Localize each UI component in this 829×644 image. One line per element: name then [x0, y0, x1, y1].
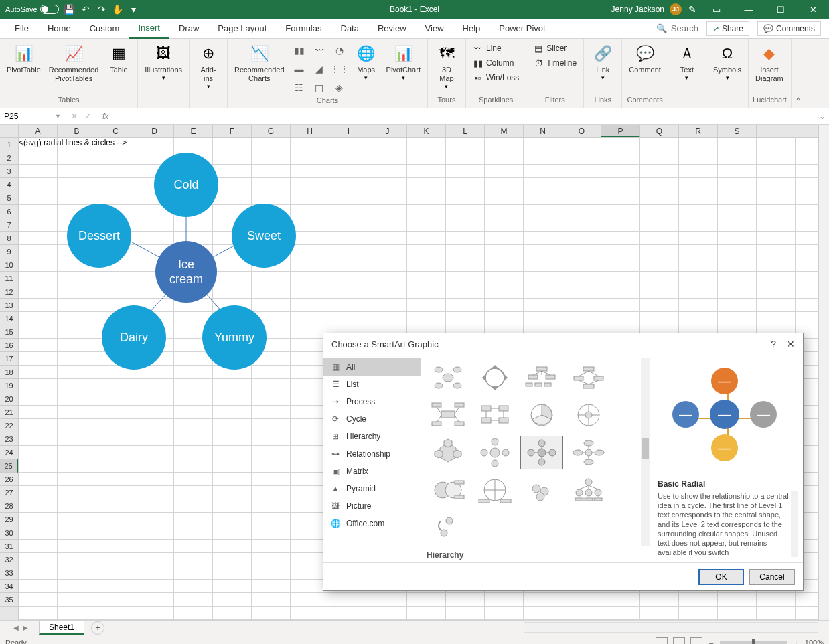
row-header-2[interactable]: 2 [0, 151, 18, 165]
close-button[interactable]: ✕ [800, 0, 826, 19]
row-header-9[interactable]: 9 [0, 245, 18, 258]
symbols-button[interactable]: ΩSymbols▾ [710, 42, 744, 82]
category-picture[interactable]: 🖼Picture [323, 497, 421, 515]
autosave-toggle[interactable]: AutoSave [5, 5, 59, 14]
row-header-35[interactable]: 35 [0, 593, 18, 607]
row-header-21[interactable]: 21 [0, 406, 18, 419]
tab-data[interactable]: Data [331, 19, 368, 39]
cancel-formula-icon[interactable]: ✕ [71, 112, 78, 121]
privacy-icon[interactable]: ✎ [687, 4, 698, 15]
col-header-M[interactable]: M [485, 125, 524, 137]
col-header-K[interactable]: K [407, 125, 446, 137]
zoom-level[interactable]: 100% [805, 639, 824, 645]
radial-node-yummy[interactable]: Yummy [202, 305, 267, 370]
share-button[interactable]: ↗ Share [706, 21, 749, 36]
sparkline-line-button[interactable]: 〰Line [470, 42, 522, 55]
category-pyramid[interactable]: ▲Pyramid [323, 480, 421, 497]
row-header-29[interactable]: 29 [0, 513, 18, 526]
tab-home[interactable]: Home [38, 19, 80, 39]
collapse-ribbon-icon[interactable]: ^ [792, 39, 805, 108]
radial-node-dairy[interactable]: Dairy [102, 305, 166, 370]
col-header-S[interactable]: S [718, 125, 757, 137]
horizontal-scrollbar[interactable] [524, 622, 818, 633]
row-header-30[interactable]: 30 [0, 526, 18, 540]
col-header-O[interactable]: O [562, 125, 601, 137]
row-header-6[interactable]: 6 [0, 205, 18, 218]
col-header-L[interactable]: L [446, 125, 485, 137]
dialog-close-icon[interactable]: ✕ [787, 339, 795, 349]
layout-option-13[interactable] [473, 473, 516, 507]
user-name[interactable]: Jenny Jackson [611, 5, 664, 14]
row-header-8[interactable]: 8 [0, 232, 18, 245]
category-cycle[interactable]: ⟳Cycle [323, 410, 421, 428]
search-box[interactable]: 🔍 Search [656, 23, 698, 33]
page-layout-view-icon[interactable] [673, 637, 685, 645]
category-officecom[interactable]: 🌐Office.com [323, 515, 421, 532]
name-box[interactable]: P25 ▼ [0, 108, 64, 124]
category-process[interactable]: ⇢Process [323, 393, 421, 410]
layout-option-4[interactable] [427, 398, 469, 432]
line-chart-icon[interactable]: 〰 [310, 42, 329, 59]
row-header-28[interactable]: 28 [0, 499, 18, 513]
enter-formula-icon[interactable]: ✓ [84, 112, 91, 121]
name-box-dropdown-icon[interactable]: ▼ [55, 113, 61, 120]
row-header-4[interactable]: 4 [0, 178, 18, 191]
zoom-in-icon[interactable]: + [794, 639, 798, 645]
tab-help[interactable]: Help [453, 19, 490, 39]
tab-file[interactable]: File [5, 19, 38, 39]
qat-more-icon[interactable]: ▾ [129, 4, 139, 15]
category-all[interactable]: ▦All [323, 358, 421, 376]
row-header-18[interactable]: 18 [0, 366, 18, 379]
sheet-tab-sheet1[interactable]: Sheet1 [39, 621, 84, 635]
layout-option-12[interactable] [427, 473, 469, 507]
layout-option-15[interactable] [567, 473, 610, 507]
col-header-Q[interactable]: Q [640, 125, 679, 137]
tab-power-pivot[interactable]: Power Pivot [489, 19, 554, 39]
add-sheet-button[interactable]: + [91, 621, 104, 635]
tab-review[interactable]: Review [368, 19, 416, 39]
tab-custom[interactable]: Custom [80, 19, 129, 39]
maps-button[interactable]: 🌐Maps▾ [352, 42, 381, 82]
row-header-19[interactable]: 19 [0, 379, 18, 392]
row-header-13[interactable]: 13 [0, 299, 18, 312]
layout-option-8[interactable] [427, 436, 469, 469]
radial-node-cold[interactable]: Cold [154, 153, 218, 217]
row-header-10[interactable]: 10 [0, 258, 18, 272]
user-avatar[interactable]: JJ [670, 3, 682, 15]
row-header-33[interactable]: 33 [0, 566, 18, 580]
col-header-R[interactable]: R [679, 125, 718, 137]
layout-option-16[interactable] [427, 511, 469, 544]
fx-icon[interactable]: fx [98, 112, 112, 121]
pivotchart-button[interactable]: 📊PivotChart▾ [384, 42, 423, 82]
select-all-corner[interactable] [0, 125, 19, 138]
row-header-24[interactable]: 24 [0, 446, 18, 459]
sheet-nav-next-icon[interactable]: ▶ [23, 624, 28, 631]
text-button[interactable]: ＡText▾ [672, 42, 702, 82]
smartart-radial[interactable]: Cold Sweet Yummy Dairy Dessert Ice cream [59, 145, 313, 399]
row-header-17[interactable]: 17 [0, 352, 18, 366]
ribbon-options-icon[interactable]: ▭ [703, 0, 730, 19]
row-header-7[interactable]: 7 [0, 218, 18, 232]
table-button[interactable]: ▦Table [104, 42, 133, 76]
redo-icon[interactable]: ↷ [96, 4, 107, 15]
row-header-27[interactable]: 27 [0, 486, 18, 499]
comment-button[interactable]: 💬Comment [626, 42, 664, 76]
layout-option-1[interactable] [473, 361, 516, 394]
layout-option-3[interactable] [567, 361, 610, 394]
illustrations-button[interactable]: 🖼Illustrations▾ [142, 42, 185, 82]
lucidchart-button[interactable]: ◆Insert Diagram [753, 42, 786, 84]
row-header-23[interactable]: 23 [0, 432, 18, 446]
col-header-G[interactable]: G [252, 125, 291, 137]
row-header-12[interactable]: 12 [0, 285, 18, 299]
category-hierarchy[interactable]: ⊞Hierarchy [323, 428, 421, 445]
row-header-20[interactable]: 20 [0, 392, 18, 406]
col-header-C[interactable]: C [96, 125, 135, 137]
cancel-button[interactable]: Cancel [749, 569, 795, 585]
minimize-button[interactable]: — [735, 0, 762, 19]
row-header-31[interactable]: 31 [0, 540, 18, 553]
tab-view[interactable]: View [416, 19, 453, 39]
layout-scrollbar[interactable] [641, 358, 650, 546]
radial-center[interactable]: Ice cream [155, 241, 217, 303]
col-header-P[interactable]: P [601, 125, 640, 137]
bar-chart-icon[interactable]: ▬ [290, 60, 309, 78]
